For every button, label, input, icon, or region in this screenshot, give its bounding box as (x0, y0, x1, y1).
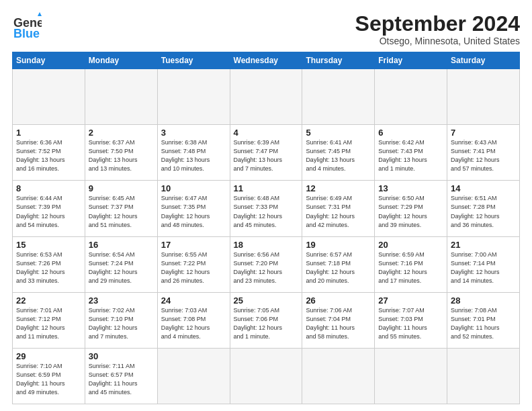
calendar-cell (157, 69, 230, 125)
day-info: Sunrise: 6:44 AMSunset: 7:39 PMDaylight:… (16, 194, 81, 229)
day-number: 11 (234, 183, 299, 193)
calendar-cell: 20Sunrise: 6:59 AMSunset: 7:16 PMDayligh… (375, 236, 447, 292)
calendar-table: Sunday Monday Tuesday Wednesday Thursday… (12, 52, 520, 404)
calendar-cell (230, 69, 302, 125)
calendar-week-2: 8Sunrise: 6:44 AMSunset: 7:39 PMDaylight… (13, 181, 520, 236)
calendar-cell: 18Sunrise: 6:56 AMSunset: 7:20 PMDayligh… (230, 236, 302, 292)
calendar-cell (13, 69, 85, 125)
day-info: Sunrise: 7:11 AMSunset: 6:57 PMDaylight:… (89, 362, 154, 397)
day-info: Sunrise: 7:03 AMSunset: 7:08 PMDaylight:… (161, 306, 226, 341)
day-info: Sunrise: 7:08 AMSunset: 7:01 PMDaylight:… (451, 306, 516, 341)
day-number: 9 (89, 183, 154, 193)
day-info: Sunrise: 6:51 AMSunset: 7:28 PMDaylight:… (451, 194, 516, 229)
day-number: 12 (306, 183, 371, 193)
day-number: 14 (451, 183, 516, 193)
calendar-cell: 30Sunrise: 7:11 AMSunset: 6:57 PMDayligh… (85, 348, 157, 404)
day-info: Sunrise: 6:41 AMSunset: 7:45 PMDaylight:… (306, 138, 371, 173)
day-number: 30 (89, 351, 154, 361)
day-info: Sunrise: 6:37 AMSunset: 7:50 PMDaylight:… (89, 138, 154, 173)
col-saturday: Saturday (447, 52, 520, 69)
title-area: September 2024 Otsego, Minnesota, United… (355, 12, 520, 46)
calendar-cell (447, 348, 520, 404)
calendar-cell: 25Sunrise: 7:05 AMSunset: 7:06 PMDayligh… (230, 292, 302, 348)
day-number: 26 (306, 295, 371, 306)
logo-icon: General Blue (12, 12, 42, 42)
calendar-cell: 5Sunrise: 6:41 AMSunset: 7:45 PMDaylight… (302, 125, 375, 181)
day-info: Sunrise: 6:50 AMSunset: 7:29 PMDaylight:… (378, 194, 443, 229)
day-info: Sunrise: 6:56 AMSunset: 7:20 PMDaylight:… (234, 250, 299, 285)
day-info: Sunrise: 7:01 AMSunset: 7:12 PMDaylight:… (16, 306, 81, 341)
day-number: 6 (378, 128, 443, 138)
day-number: 19 (306, 240, 371, 250)
calendar-cell: 13Sunrise: 6:50 AMSunset: 7:29 PMDayligh… (375, 181, 447, 236)
day-number: 20 (378, 240, 443, 250)
calendar-cell: 28Sunrise: 7:08 AMSunset: 7:01 PMDayligh… (447, 292, 520, 348)
day-number: 23 (89, 295, 154, 306)
calendar-cell (302, 69, 375, 125)
day-info: Sunrise: 6:45 AMSunset: 7:37 PMDaylight:… (89, 194, 154, 229)
day-info: Sunrise: 6:55 AMSunset: 7:22 PMDaylight:… (161, 250, 226, 285)
calendar-cell: 6Sunrise: 6:42 AMSunset: 7:43 PMDaylight… (375, 125, 447, 181)
calendar-cell (375, 348, 447, 404)
svg-text:Blue: Blue (13, 27, 40, 40)
calendar-cell: 8Sunrise: 6:44 AMSunset: 7:39 PMDaylight… (13, 181, 85, 236)
calendar-cell: 15Sunrise: 6:53 AMSunset: 7:26 PMDayligh… (13, 236, 85, 292)
calendar-week-5: 29Sunrise: 7:10 AMSunset: 6:59 PMDayligh… (13, 348, 520, 404)
calendar-cell: 17Sunrise: 6:55 AMSunset: 7:22 PMDayligh… (157, 236, 230, 292)
calendar-cell: 22Sunrise: 7:01 AMSunset: 7:12 PMDayligh… (13, 292, 85, 348)
calendar-cell (85, 69, 157, 125)
calendar-cell: 1Sunrise: 6:36 AMSunset: 7:52 PMDaylight… (13, 125, 85, 181)
day-number: 24 (161, 295, 226, 306)
day-info: Sunrise: 6:59 AMSunset: 7:16 PMDaylight:… (378, 250, 443, 285)
day-number: 25 (234, 295, 299, 306)
day-info: Sunrise: 6:53 AMSunset: 7:26 PMDaylight:… (16, 250, 81, 285)
day-number: 27 (378, 295, 443, 306)
day-info: Sunrise: 7:00 AMSunset: 7:14 PMDaylight:… (451, 250, 516, 285)
day-number: 8 (16, 183, 81, 193)
calendar-cell: 9Sunrise: 6:45 AMSunset: 7:37 PMDaylight… (85, 181, 157, 236)
day-number: 4 (234, 128, 299, 138)
day-info: Sunrise: 6:36 AMSunset: 7:52 PMDaylight:… (16, 138, 81, 173)
day-info: Sunrise: 6:42 AMSunset: 7:43 PMDaylight:… (378, 138, 443, 173)
day-info: Sunrise: 6:38 AMSunset: 7:48 PMDaylight:… (161, 138, 226, 173)
day-info: Sunrise: 7:06 AMSunset: 7:04 PMDaylight:… (306, 306, 371, 341)
day-number: 17 (161, 240, 226, 250)
calendar-cell (157, 348, 230, 404)
day-info: Sunrise: 7:10 AMSunset: 6:59 PMDaylight:… (16, 362, 81, 397)
col-monday: Monday (85, 52, 157, 69)
day-info: Sunrise: 7:07 AMSunset: 7:03 PMDaylight:… (378, 306, 443, 341)
day-number: 13 (378, 183, 443, 193)
calendar-cell (447, 69, 520, 125)
day-info: Sunrise: 7:05 AMSunset: 7:06 PMDaylight:… (234, 306, 299, 341)
month-title: September 2024 (355, 12, 520, 36)
col-friday: Friday (375, 52, 447, 69)
day-number: 2 (89, 128, 154, 138)
calendar-week-1: 1Sunrise: 6:36 AMSunset: 7:52 PMDaylight… (13, 125, 520, 181)
day-info: Sunrise: 7:02 AMSunset: 7:10 PMDaylight:… (89, 306, 154, 341)
day-number: 28 (451, 295, 516, 306)
day-number: 29 (16, 351, 81, 361)
day-number: 5 (306, 128, 371, 138)
calendar-cell: 27Sunrise: 7:07 AMSunset: 7:03 PMDayligh… (375, 292, 447, 348)
day-number: 3 (161, 128, 226, 138)
calendar-cell: 10Sunrise: 6:47 AMSunset: 7:35 PMDayligh… (157, 181, 230, 236)
calendar-week-3: 15Sunrise: 6:53 AMSunset: 7:26 PMDayligh… (13, 236, 520, 292)
calendar-cell (302, 348, 375, 404)
calendar-cell: 3Sunrise: 6:38 AMSunset: 7:48 PMDaylight… (157, 125, 230, 181)
calendar-cell: 19Sunrise: 6:57 AMSunset: 7:18 PMDayligh… (302, 236, 375, 292)
calendar-week-4: 22Sunrise: 7:01 AMSunset: 7:12 PMDayligh… (13, 292, 520, 348)
calendar-cell: 29Sunrise: 7:10 AMSunset: 6:59 PMDayligh… (13, 348, 85, 404)
day-info: Sunrise: 6:49 AMSunset: 7:31 PMDaylight:… (306, 194, 371, 229)
calendar-cell: 26Sunrise: 7:06 AMSunset: 7:04 PMDayligh… (302, 292, 375, 348)
calendar-cell: 12Sunrise: 6:49 AMSunset: 7:31 PMDayligh… (302, 181, 375, 236)
col-tuesday: Tuesday (157, 52, 230, 69)
day-info: Sunrise: 6:48 AMSunset: 7:33 PMDaylight:… (234, 194, 299, 229)
day-number: 10 (161, 183, 226, 193)
col-thursday: Thursday (302, 52, 375, 69)
day-info: Sunrise: 6:47 AMSunset: 7:35 PMDaylight:… (161, 194, 226, 229)
day-number: 22 (16, 295, 81, 306)
logo: General Blue (12, 12, 42, 42)
calendar-cell: 23Sunrise: 7:02 AMSunset: 7:10 PMDayligh… (85, 292, 157, 348)
calendar-cell: 21Sunrise: 7:00 AMSunset: 7:14 PMDayligh… (447, 236, 520, 292)
calendar-cell: 4Sunrise: 6:39 AMSunset: 7:47 PMDaylight… (230, 125, 302, 181)
